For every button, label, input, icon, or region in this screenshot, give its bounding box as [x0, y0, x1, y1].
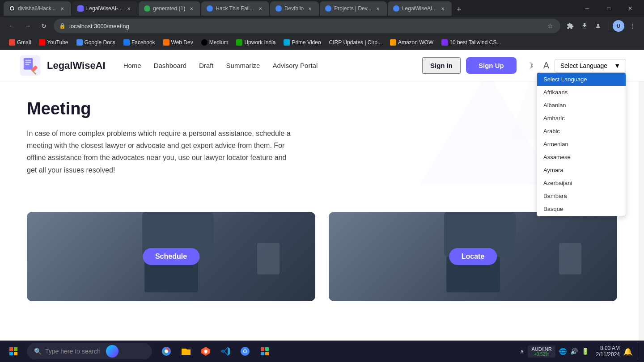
lang-option-amharic[interactable]: Amharic	[537, 112, 626, 125]
url-bar[interactable]: 🔒 localhost:3000/meeting ☆	[54, 19, 560, 33]
system-tray: ∧ AUD/INR +0.52% 🌐 🔊 🔋	[516, 345, 592, 358]
nav-dashboard[interactable]: Dashboard	[154, 62, 186, 69]
minimize-button[interactable]: ─	[577, 1, 597, 16]
taskbar-brave[interactable]	[197, 342, 215, 360]
currency-change: +0.52%	[534, 352, 549, 357]
lang-option-basque[interactable]: Basque	[537, 202, 626, 215]
bookmark-facebook[interactable]: Facebook	[120, 38, 159, 47]
tab-projects-close[interactable]: ✕	[374, 5, 381, 12]
sound-icon[interactable]: 🔊	[570, 348, 578, 355]
tab-github-close[interactable]: ✕	[59, 5, 66, 12]
tab-generated-close[interactable]: ✕	[188, 5, 195, 12]
tab-hackthisfall-title: Hack This Fall...	[216, 5, 254, 12]
browser-actions: U ⋮	[564, 20, 639, 32]
taskbar-search[interactable]: 🔍 Type here to search	[27, 343, 152, 359]
schedule-card[interactable]: Schedule	[27, 212, 315, 301]
svg-rect-11	[9, 352, 13, 355]
language-scroll-area[interactable]: Select Language Afrikaans Albanian Amhar…	[537, 73, 626, 216]
bookmark-youtube[interactable]: YouTube	[35, 38, 72, 47]
tab-hackthisfall[interactable]: Hack This Fall... ✕	[201, 1, 269, 16]
tab-projects[interactable]: Projects | Dev... ✕	[320, 1, 387, 16]
bookmark-cirp[interactable]: CIRP Updates | Cirp...	[326, 38, 386, 47]
language-dropdown: Select Language Afrikaans Albanian Amhar…	[537, 72, 626, 216]
taskbar-vscode[interactable]	[216, 342, 234, 360]
tab-hackthisfall-close[interactable]: ✕	[257, 5, 264, 12]
lang-option-bambara[interactable]: Bambara	[537, 189, 626, 202]
lang-option-select-language[interactable]: Select Language	[537, 73, 626, 86]
tab-devfolio-close[interactable]: ✕	[306, 5, 314, 12]
tab-legalwise2[interactable]: LegalWiseAI... ✕	[388, 1, 452, 16]
new-tab-button[interactable]: +	[453, 3, 465, 16]
taskbar-chrome[interactable]	[157, 342, 175, 360]
taskbar-right: ∧ AUD/INR +0.52% 🌐 🔊 🔋 8:03 AM 2/11/2024…	[516, 342, 640, 360]
bookmark-prime-video[interactable]: Prime Video	[280, 38, 324, 47]
battery-icon[interactable]: 🔋	[581, 348, 589, 355]
tray-expand-icon[interactable]: ∧	[520, 348, 524, 355]
nav-summarize[interactable]: Summarize	[226, 62, 260, 69]
lang-option-armenian[interactable]: Armenian	[537, 138, 626, 151]
svg-rect-22	[265, 347, 269, 351]
bookmark-gmail[interactable]: Gmail	[5, 38, 34, 47]
logo-icon	[18, 53, 42, 78]
dark-mode-toggle[interactable]: ☽	[522, 58, 538, 74]
start-button[interactable]	[4, 341, 23, 361]
lang-option-belarusian[interactable]: Belarusian	[537, 215, 626, 216]
bookmark-web-dev[interactable]: Web Dev	[160, 38, 197, 47]
tab-github[interactable]: divisha6/Hack... ✕	[4, 1, 71, 16]
nav-home[interactable]: Home	[123, 62, 141, 69]
taskbar-app-extra[interactable]	[256, 342, 274, 360]
menu-icon[interactable]: ⋮	[626, 20, 639, 32]
forward-button[interactable]: →	[21, 20, 34, 32]
language-select-button[interactable]: Select Language ▼	[555, 59, 626, 72]
github-favicon	[9, 5, 15, 12]
bookmark-google-docs[interactable]: Google Docs	[73, 38, 119, 47]
browser-chrome: divisha6/Hack... ✕ LegalWiseAI-... ✕ gen…	[0, 0, 644, 50]
bookmark-medium-label: Medium	[209, 39, 229, 46]
close-button[interactable]: ✕	[620, 1, 640, 16]
logo-text: LegalWiseAI	[47, 60, 106, 72]
taskbar-file-explorer[interactable]	[177, 342, 195, 360]
taskbar-chrome2[interactable]	[236, 342, 254, 360]
notification-icon[interactable]: 🔔	[623, 347, 632, 356]
nav-draft[interactable]: Draft	[199, 62, 214, 69]
bookmark-tailwind[interactable]: 10 best Tailwind CS...	[438, 38, 504, 47]
sign-up-button[interactable]: Sign Up	[466, 57, 517, 74]
locate-badge[interactable]: Locate	[449, 248, 497, 265]
tab-legalwise-close[interactable]: ✕	[125, 5, 132, 12]
page-content: LegalWiseAI Home Dashboard Draft Summari…	[0, 50, 644, 346]
lang-option-azerbaijani[interactable]: Azerbaijani	[537, 177, 626, 189]
bookmark-star-icon[interactable]: ☆	[546, 21, 555, 30]
lang-option-albanian[interactable]: Albanian	[537, 99, 626, 112]
taskbar-clock[interactable]: 8:03 AM 2/11/2024	[596, 345, 620, 358]
url-text: localhost:3000/meeting	[69, 23, 542, 29]
lang-option-afrikaans[interactable]: Afrikaans	[537, 86, 626, 99]
svg-rect-3	[25, 62, 31, 63]
lang-option-arabic[interactable]: Arabic	[537, 125, 626, 138]
maximize-button[interactable]: □	[598, 1, 619, 16]
extensions-icon[interactable]	[564, 20, 576, 32]
bookmark-amazon[interactable]: Amazon WOW	[386, 38, 437, 47]
tab-legalwise2-close[interactable]: ✕	[439, 5, 446, 12]
schedule-badge[interactable]: Schedule	[143, 248, 199, 265]
page-scrollbar[interactable]	[639, 50, 644, 346]
bookmark-upwork[interactable]: Upwork India	[233, 38, 279, 47]
bookmark-tailwind-label: 10 best Tailwind CS...	[449, 39, 501, 46]
tab-generated[interactable]: generated (1) ✕	[139, 1, 200, 16]
tab-legalwise[interactable]: LegalWiseAI-... ✕	[72, 1, 138, 16]
tab-devfolio[interactable]: Devfolio ✕	[270, 1, 319, 16]
reload-button[interactable]: ↻	[38, 20, 50, 32]
translate-icon[interactable]: A	[543, 60, 549, 71]
cards-row: Schedule Locate	[0, 212, 644, 301]
locate-card[interactable]: Locate	[329, 212, 617, 301]
profile-view-icon[interactable]	[593, 20, 605, 32]
user-avatar[interactable]: U	[613, 20, 624, 32]
back-button[interactable]: ←	[5, 20, 18, 32]
lang-option-assamese[interactable]: Assamese	[537, 151, 626, 164]
download-icon[interactable]	[578, 20, 591, 32]
sign-in-button[interactable]: Sign In	[422, 57, 461, 74]
bookmark-medium[interactable]: Medium	[198, 38, 232, 47]
network-icon[interactable]: 🌐	[559, 348, 567, 355]
nav-advisory[interactable]: Advisory Portal	[272, 62, 318, 69]
show-desktop-button[interactable]	[638, 342, 640, 360]
lang-option-aymara[interactable]: Aymara	[537, 164, 626, 177]
